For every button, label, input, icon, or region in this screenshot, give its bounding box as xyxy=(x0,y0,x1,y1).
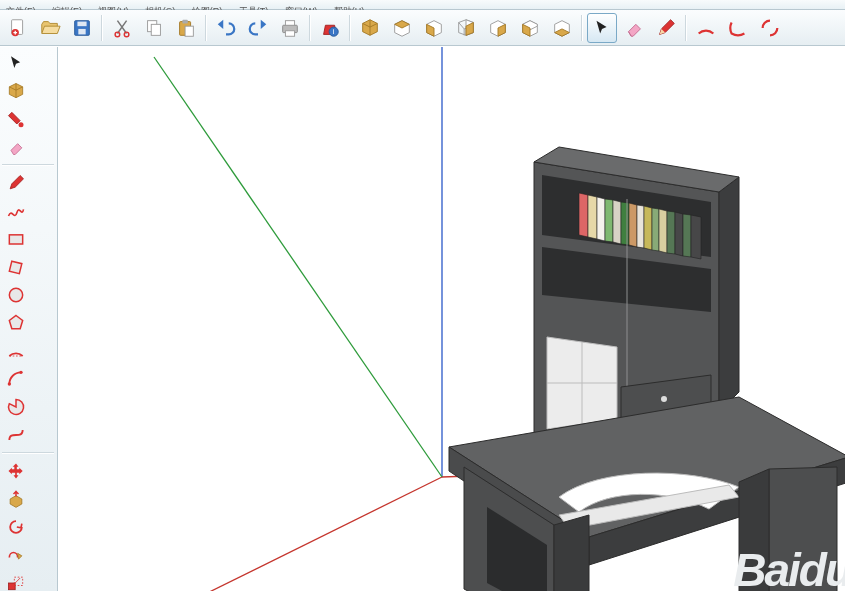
eraser-button[interactable] xyxy=(619,13,649,43)
paint-tool[interactable] xyxy=(2,105,30,133)
rotated-rect-tool[interactable] xyxy=(2,253,30,281)
select-tool-button[interactable] xyxy=(587,13,617,43)
component-tool[interactable] xyxy=(2,77,30,105)
svg-point-20 xyxy=(8,382,11,385)
save-button[interactable] xyxy=(67,13,97,43)
svg-rect-11 xyxy=(185,26,193,36)
left-toolbar: A1 A xyxy=(0,47,58,591)
pushpull-tool[interactable] xyxy=(2,485,30,513)
arc3-red-button[interactable] xyxy=(755,13,785,43)
rotate-tool[interactable] xyxy=(2,513,30,541)
svg-line-35 xyxy=(179,477,442,591)
move-tool[interactable] xyxy=(2,457,30,485)
svg-point-5 xyxy=(115,32,120,37)
print-button[interactable] xyxy=(275,13,305,43)
undo-button[interactable] xyxy=(211,13,241,43)
svg-rect-4 xyxy=(78,28,85,33)
new-button[interactable] xyxy=(3,13,33,43)
freehand-tool[interactable] xyxy=(2,197,30,225)
bottom-view-button[interactable] xyxy=(547,13,577,43)
menu-bar: 文件(F) 编辑(E) 视图(V) 相机(C) 绘图(R) 工具(T) 窗口(W… xyxy=(0,0,845,10)
select-tool[interactable] xyxy=(2,49,30,77)
pie-tool[interactable] xyxy=(2,393,30,421)
svg-rect-18 xyxy=(9,235,22,244)
iso-view-button[interactable] xyxy=(355,13,385,43)
svg-rect-14 xyxy=(285,30,294,36)
back-view-button[interactable] xyxy=(483,13,513,43)
front-view-button[interactable] xyxy=(419,13,449,43)
followme-tool[interactable] xyxy=(2,541,30,569)
copy-button[interactable] xyxy=(139,13,169,43)
eraser-tool[interactable] xyxy=(2,133,30,161)
arc-tool[interactable] xyxy=(2,337,30,365)
cut-button[interactable] xyxy=(107,13,137,43)
circle-tool[interactable] xyxy=(2,281,30,309)
svg-point-6 xyxy=(124,32,129,37)
svg-line-36 xyxy=(154,57,442,477)
svg-point-19 xyxy=(9,288,22,301)
svg-point-21 xyxy=(19,371,22,374)
svg-rect-13 xyxy=(285,20,294,25)
rectangle-tool[interactable] xyxy=(2,225,30,253)
desk-model xyxy=(439,137,845,591)
pencil-tool[interactable] xyxy=(2,169,30,197)
open-button[interactable] xyxy=(35,13,65,43)
top-toolbar: i xyxy=(0,10,845,46)
viewport-3d[interactable]: Baidu xyxy=(59,47,845,591)
paste-button[interactable] xyxy=(171,13,201,43)
svg-rect-10 xyxy=(182,19,188,23)
pencil-button[interactable] xyxy=(651,13,681,43)
arc2-red-button[interactable] xyxy=(723,13,753,43)
curve-tool[interactable] xyxy=(2,421,30,449)
polygon-tool[interactable] xyxy=(2,309,30,337)
arc-red-button[interactable] xyxy=(691,13,721,43)
svg-point-40 xyxy=(661,396,667,402)
right-view-button[interactable] xyxy=(451,13,481,43)
top-view-button[interactable] xyxy=(387,13,417,43)
svg-rect-8 xyxy=(151,24,160,35)
arc-2pt-tool[interactable] xyxy=(2,365,30,393)
model-info-button[interactable]: i xyxy=(315,13,345,43)
redo-button[interactable] xyxy=(243,13,273,43)
svg-rect-22 xyxy=(9,583,16,590)
scale-tool[interactable] xyxy=(2,569,30,591)
svg-rect-3 xyxy=(77,21,86,26)
svg-point-17 xyxy=(19,122,24,127)
left-view-button[interactable] xyxy=(515,13,545,43)
